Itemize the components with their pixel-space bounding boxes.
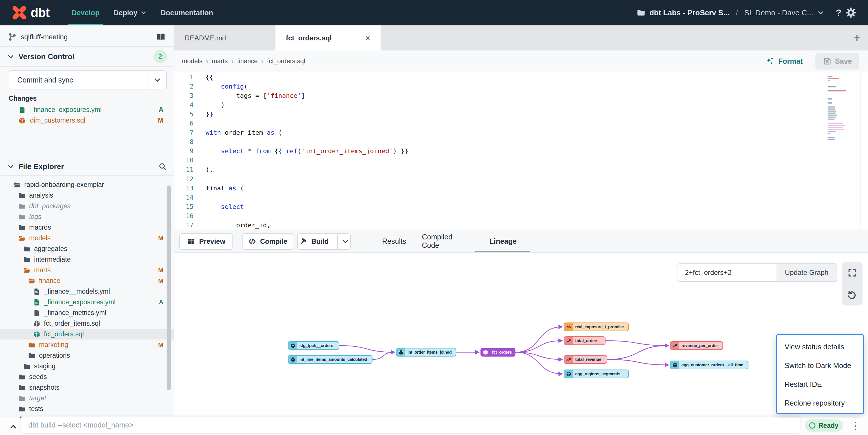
version-control-header[interactable]: Version Control 2 <box>0 47 174 66</box>
minimap-line <box>828 86 836 88</box>
tab-README.md[interactable]: README.md <box>175 25 276 51</box>
tree-item-seeds[interactable]: seeds <box>0 372 174 382</box>
lineage-node-fct_orders[interactable]: fct_orders <box>480 348 516 357</box>
lineage-panel[interactable]: stg_tpch__ordersint_line_items_amounts_c… <box>175 252 868 418</box>
new-tab-button[interactable]: + <box>853 32 861 44</box>
tree-item-marts[interactable]: martsM <box>0 265 174 275</box>
panel-tab-compiled-code[interactable]: Compiled Code <box>422 230 466 252</box>
tree-item-fct_order_items.sql[interactable]: fct_order_items.sql <box>0 318 174 329</box>
fullscreen-icon[interactable] <box>847 268 857 277</box>
folder-open-icon <box>28 277 35 285</box>
lineage-node-int_line_items_amounts_calculated[interactable]: int_line_items_amounts_calculated <box>288 355 372 364</box>
minimap-line <box>828 74 829 75</box>
tree-item-intermediate[interactable]: intermediate <box>0 254 174 265</box>
compile-button[interactable]: Compile <box>242 233 293 250</box>
menu-item-reclone-repository[interactable]: Reclone repository <box>777 394 863 412</box>
tree-item-rapid-onboarding-exemplar[interactable]: rapid-onboarding-exemplar <box>0 179 174 190</box>
nav-item-documentation[interactable]: Documentation <box>154 0 220 25</box>
lineage-node-int_order_items_joined[interactable]: int_order_items_joined <box>396 348 456 357</box>
tree-item-_finance__models.yml[interactable]: _finance__models.yml <box>0 286 174 297</box>
account-selector[interactable]: dbt Labs - ProServ S... <box>649 8 730 17</box>
tree-item-aggregates[interactable]: aggregates <box>0 243 174 254</box>
editor-minimap[interactable] <box>828 74 848 141</box>
preview-button[interactable]: Preview <box>179 233 233 250</box>
folder-icon <box>28 352 35 360</box>
change-row[interactable]: dim_customers.sqlM <box>0 115 174 126</box>
update-graph-button[interactable]: Update Graph <box>776 263 837 282</box>
tree-item-marketing[interactable]: marketingM <box>0 339 174 350</box>
lineage-node-revenue_per_order[interactable]: revenue_per_order <box>670 341 723 350</box>
tree-item-macros[interactable]: macros <box>0 222 174 233</box>
kebab-menu-icon[interactable]: ⋮ <box>850 419 861 433</box>
menu-item-view-status-details[interactable]: View status details <box>777 337 863 356</box>
menu-item-switch-to-dark-mode[interactable]: Switch to Dark Mode <box>777 356 863 375</box>
tree-item-label: models <box>29 234 155 242</box>
file-tree-scrollbar[interactable] <box>166 186 171 390</box>
file-explorer-header[interactable]: File Explorer <box>0 158 174 175</box>
lineage-node-stg_tpch__orders[interactable]: stg_tpch__orders <box>288 341 339 350</box>
menu-item-restart-ide[interactable]: Restart IDE <box>777 375 863 394</box>
reset-view-icon[interactable] <box>847 290 857 299</box>
code-line: 7with order_item as ( <box>175 128 868 137</box>
close-icon[interactable]: × <box>365 33 370 43</box>
panel-tab-lineage[interactable]: Lineage <box>484 230 522 252</box>
lineage-node-real_exposure_i_promise[interactable]: real_exposure_i_promise <box>564 323 629 331</box>
lineage-node-total_orders[interactable]: total_orders <box>564 336 606 345</box>
status-badge[interactable]: Ready <box>805 420 843 432</box>
tab-fct_orders.sql[interactable]: fct_orders.sql× <box>276 25 380 51</box>
project-selector[interactable]: SL Demo - Dave C... <box>744 8 813 17</box>
hammer-icon <box>299 237 307 245</box>
tree-item-logs[interactable]: logs <box>0 211 174 222</box>
tree-item-staging[interactable]: staging <box>0 361 174 372</box>
tree-item-fct_orders.sql[interactable]: fct_orders.sql <box>0 329 174 339</box>
gear-icon[interactable] <box>845 7 857 18</box>
tree-item-snapshots[interactable]: snapshots <box>0 382 174 393</box>
lineage-node-agg_regions_segments[interactable]: agg_regions_segments <box>564 370 629 378</box>
tree-item-analysis[interactable]: analysis <box>0 190 174 201</box>
format-button[interactable]: Format <box>765 56 803 66</box>
breadcrumb-item[interactable]: marts <box>212 57 228 65</box>
tree-item-dbt_packages[interactable]: dbt_packages <box>0 201 174 211</box>
lineage-node-agg_customer_orders__all_time[interactable]: agg_customer_orders__all_time <box>670 361 748 369</box>
lineage-edge <box>516 327 562 352</box>
nav-item-develop[interactable]: Develop <box>64 0 106 25</box>
lineage-node-total_revenue[interactable]: total_revenue <box>564 355 607 364</box>
dbt-logo[interactable]: dbt <box>11 4 50 21</box>
docs-book-icon[interactable] <box>156 32 166 42</box>
cube-icon <box>481 348 490 356</box>
tree-item-tests[interactable]: tests <box>0 404 174 414</box>
chevron-down-icon[interactable] <box>342 238 349 245</box>
code-line: 11), <box>175 165 868 174</box>
breadcrumb-item[interactable]: models <box>182 57 203 65</box>
tree-item-operations[interactable]: operations <box>0 350 174 361</box>
tree-item-finance[interactable]: financeM <box>0 275 174 286</box>
save-button[interactable]: Save <box>815 53 859 69</box>
commit-options-caret[interactable] <box>148 71 166 89</box>
brand-name: dbt <box>31 5 50 20</box>
breadcrumb-separator: › <box>231 57 234 66</box>
search-icon[interactable] <box>158 162 167 171</box>
breadcrumb-row: models›marts›finance›fct_orders.sql Form… <box>175 51 868 72</box>
nav-item-deploy[interactable]: Deploy <box>106 0 154 25</box>
build-button[interactable]: Build <box>297 233 351 250</box>
breadcrumb-item[interactable]: fct_orders.sql <box>267 57 305 65</box>
commit-and-sync-button[interactable]: Commit and sync <box>9 70 167 90</box>
help-icon[interactable]: ? <box>836 7 841 18</box>
lineage-selector-input[interactable]: 2+fct_orders+2 <box>677 263 777 282</box>
change-row[interactable]: _finance_exposures.ymlA <box>0 104 174 115</box>
chevron-down-icon[interactable] <box>817 9 824 16</box>
tree-item-_finance_metrics.yml[interactable]: _finance_metrics.yml <box>0 307 174 318</box>
ide-context-menu: View status detailsSwitch to Dark ModeRe… <box>776 334 864 414</box>
panel-tab-results[interactable]: Results <box>380 230 408 252</box>
code-editor[interactable]: 1{{2 config(3 tags = ['finance']4 )5}}67… <box>175 72 868 230</box>
git-branch-icon <box>8 33 17 41</box>
tree-item-target[interactable]: target <box>0 393 174 404</box>
tree-item-_finance_exposures.yml[interactable]: _finance_exposures.ymlA <box>0 297 174 307</box>
branch-selector[interactable]: sqlfluff-meeting <box>0 28 174 46</box>
tree-item-models[interactable]: modelsM <box>0 233 174 243</box>
chevron-up-icon[interactable] <box>9 423 18 431</box>
breadcrumb-item[interactable]: finance <box>237 57 257 65</box>
nav-item-label: Deploy <box>114 9 137 17</box>
command-input[interactable]: dbt build --select <model_name> <box>21 416 800 434</box>
tree-item-label: intermediate <box>34 256 163 263</box>
